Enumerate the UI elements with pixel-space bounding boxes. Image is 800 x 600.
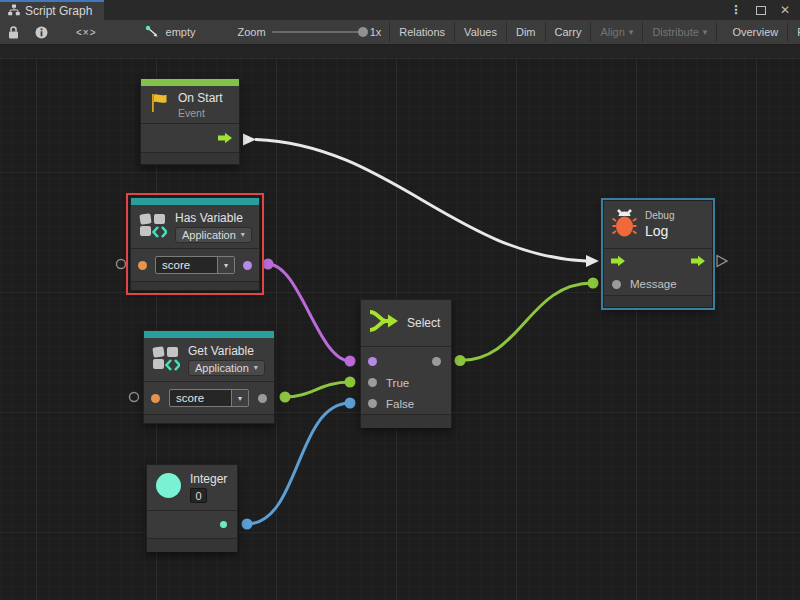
node-title: Integer: [190, 472, 227, 486]
variable-scope-value: Application: [182, 229, 236, 241]
variable-name-dropdown[interactable]: score ▾: [155, 256, 235, 274]
variable-scope-dropdown[interactable]: Application: [175, 227, 252, 243]
variable-strip: [144, 331, 274, 338]
canvas-top-strip: [0, 45, 800, 59]
node-debug-log[interactable]: Debug Log Message: [603, 200, 713, 308]
value-output-port[interactable]: [258, 394, 267, 403]
zoom-slider-handle[interactable]: [358, 27, 368, 37]
name-input-port[interactable]: [151, 394, 160, 403]
node-has-variable[interactable]: Has Variable Application score ▾: [130, 197, 260, 291]
node-select[interactable]: Select True False: [360, 299, 452, 428]
variable-icon: [139, 212, 167, 242]
variable-name-value: score: [170, 390, 231, 406]
graph-canvas[interactable]: On Start Event Has Variable Application: [0, 45, 800, 600]
select-icon: [369, 308, 399, 338]
variable-name-value: score: [156, 257, 217, 273]
integer-value-field[interactable]: 0: [190, 488, 207, 503]
bug-icon: [612, 208, 637, 242]
variable-icon: [152, 345, 180, 375]
node-title: Has Variable: [175, 211, 252, 225]
selection-status: empty: [135, 20, 206, 44]
false-port-label: False: [386, 398, 414, 410]
node-integer[interactable]: Integer 0: [146, 464, 238, 552]
zoom-slider[interactable]: [272, 31, 364, 33]
node-title: Select: [407, 316, 440, 330]
info-icon: [35, 26, 48, 39]
variable-strip: [131, 198, 259, 205]
info-button[interactable]: [27, 20, 56, 44]
wire-getvar-to-select-true: [280, 377, 356, 403]
node-title: On Start: [178, 91, 223, 105]
pointer-icon: [145, 25, 160, 39]
value-hint-circle-getvar: [130, 393, 139, 402]
control-input-port[interactable]: [610, 255, 626, 267]
true-input-port[interactable]: [368, 378, 377, 387]
zoom-to-fit-button[interactable]: <×>: [56, 20, 117, 44]
bool-output-port[interactable]: [243, 261, 252, 270]
event-strip: [141, 79, 239, 86]
chevron-down-icon[interactable]: ▾: [231, 390, 248, 406]
script-graph-window: Script Graph ⋮ ✕ <×> empty Zoom: [0, 0, 800, 600]
maximize-icon[interactable]: [756, 6, 766, 15]
tab-bar: Script Graph ⋮ ✕: [0, 0, 800, 20]
chevron-down-icon[interactable]: ▾: [217, 257, 234, 273]
true-port-label: True: [386, 377, 409, 389]
node-title: Get Variable: [188, 344, 265, 358]
variable-name-dropdown[interactable]: score ▾: [169, 389, 249, 407]
tab-label: Script Graph: [25, 4, 92, 18]
condition-input-port[interactable]: [368, 357, 377, 366]
integer-icon: [155, 472, 182, 503]
distribute-dropdown[interactable]: Distribute: [643, 20, 716, 44]
graph-icon: [8, 4, 20, 19]
flag-icon: [149, 92, 170, 118]
variable-scope-value: Application: [195, 362, 249, 374]
name-input-port[interactable]: [138, 261, 147, 270]
control-output-port[interactable]: [217, 132, 233, 144]
node-on-start[interactable]: On Start Event: [140, 78, 240, 165]
message-input-port[interactable]: [612, 280, 621, 289]
fit-icon: <×>: [76, 27, 97, 38]
values-button[interactable]: Values: [455, 20, 506, 44]
value-hint-circle-hasvar: [117, 260, 126, 269]
overview-button[interactable]: Overview: [723, 20, 787, 44]
node-get-variable[interactable]: Get Variable Application score ▾: [143, 330, 275, 424]
message-port-label: Message: [630, 278, 677, 290]
selection-status-text: empty: [166, 26, 196, 38]
carry-button[interactable]: Carry: [546, 20, 591, 44]
node-category: Debug: [645, 210, 674, 221]
node-subtitle: Event: [178, 107, 223, 119]
wire-select-to-log-message: [455, 278, 599, 367]
integer-output-port[interactable]: [220, 521, 227, 528]
align-dropdown[interactable]: Align: [591, 20, 642, 44]
control-hint-triangle-log: [717, 256, 727, 267]
lock-icon: [8, 26, 19, 39]
toolbar-right-group: Relations Values Dim Carry Align Distrib…: [389, 20, 800, 44]
full-screen-button[interactable]: Full Screen: [788, 20, 800, 44]
zoom-value: 1x: [370, 26, 382, 38]
zoom-label: Zoom: [238, 26, 266, 38]
control-output-port[interactable]: [690, 255, 706, 267]
zoom-control: Zoom 1x: [230, 20, 390, 44]
lock-button[interactable]: [0, 20, 27, 44]
wire-onstart-to-log: [243, 134, 599, 268]
window-controls: ⋮ ✕: [730, 0, 800, 20]
relations-button[interactable]: Relations: [390, 20, 454, 44]
close-icon[interactable]: ✕: [780, 4, 790, 16]
node-title: Log: [645, 223, 674, 239]
false-input-port[interactable]: [368, 399, 377, 408]
wire-hasvar-to-select: [263, 259, 356, 367]
window-menu-icon[interactable]: ⋮: [730, 4, 742, 16]
dim-button[interactable]: Dim: [507, 20, 545, 44]
graph-toolbar: <×> empty Zoom 1x Relations Values Dim C…: [0, 20, 800, 45]
tab-script-graph[interactable]: Script Graph: [0, 0, 104, 20]
selection-output-port[interactable]: [432, 357, 441, 366]
variable-scope-dropdown[interactable]: Application: [188, 360, 265, 376]
